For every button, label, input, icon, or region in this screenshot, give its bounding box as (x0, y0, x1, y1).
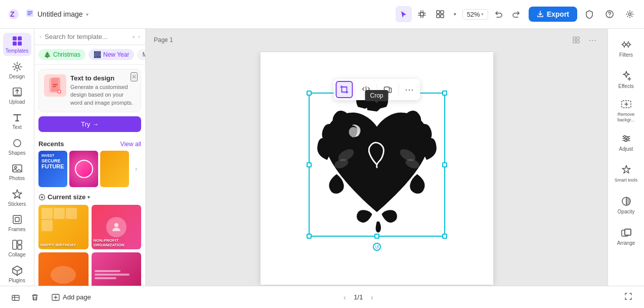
layout-arrow-btn[interactable]: ▾ (450, 6, 460, 22)
main-area: Templates Design Upload Text (0, 29, 644, 286)
svg-rect-2 (437, 11, 440, 14)
view-all-btn[interactable]: View all (120, 141, 141, 148)
next-page-btn[interactable]: › (365, 290, 379, 304)
doc-icon (25, 9, 34, 20)
right-tool-filters-label: Filters (619, 52, 633, 58)
left-panel: 🎄 Christmas 🎆 New Year Mo... ✕ (34, 29, 146, 286)
sidebar-item-photos[interactable]: Photos (3, 160, 31, 184)
context-toolbar: Crop (333, 79, 420, 100)
handle-bottom-right[interactable] (442, 234, 447, 239)
handle-bottom-mid[interactable] (374, 234, 379, 239)
bottom-left: Add page (8, 290, 96, 305)
fullscreen-btn[interactable] (621, 290, 636, 305)
svg-rect-11 (18, 41, 22, 46)
canvas-grid-btn[interactable] (569, 33, 583, 47)
right-tool-opacity[interactable]: Opacity (610, 190, 642, 220)
template-card-2[interactable]: NON-PROFIT ORGANIZATION (92, 205, 142, 249)
canvas-body[interactable]: Crop (146, 51, 608, 286)
add-page-label: Add page (63, 293, 91, 301)
svg-rect-31 (577, 37, 579, 39)
templates-grid: HAPPY BIRTHDAY NON-PROFIT ORGANIZATION (38, 205, 141, 286)
add-page-btn[interactable]: Add page (47, 291, 96, 303)
sidebar-item-plugins[interactable]: Plugins (3, 262, 31, 286)
chip-more[interactable]: Mo... (137, 49, 145, 60)
panel-section: Recents View all INVESTSECUREFUTURE › (34, 136, 145, 286)
sidebar-item-frames[interactable]: Frames (3, 211, 31, 235)
sidebar-item-templates[interactable]: Templates (3, 33, 31, 56)
ttd-close-btn[interactable]: ✕ (131, 72, 138, 81)
template-card-1[interactable]: HAPPY BIRTHDAY (38, 205, 89, 249)
sidebar-item-upload[interactable]: Upload (3, 84, 31, 107)
svg-point-7 (629, 13, 631, 16)
handle-bottom-left[interactable] (307, 234, 312, 239)
crop-tool-btn[interactable] (335, 81, 353, 98)
svg-point-40 (627, 43, 630, 46)
template-card-4[interactable]: GRAND OPENING COCKTAIL CAFE (92, 252, 142, 286)
svg-rect-33 (577, 40, 579, 43)
document-title: Untitled image (37, 10, 83, 18)
document-title-arrow[interactable]: ▾ (86, 12, 89, 17)
sidebar-item-stickers[interactable]: Stickers (3, 186, 31, 209)
svg-point-44 (625, 140, 627, 142)
right-tool-filters[interactable]: Filters (610, 33, 642, 63)
layout-tool-btn[interactable] (432, 6, 448, 22)
rotate-handle[interactable]: ↺ (373, 243, 381, 251)
prev-page-btn[interactable]: ‹ (337, 290, 352, 304)
svg-rect-30 (573, 37, 576, 39)
ttd-try-btn[interactable]: Try → (38, 116, 141, 132)
right-tool-smart[interactable]: Smart tools (610, 158, 642, 189)
canvas-more-btn[interactable]: ⋯ (585, 33, 599, 47)
pan-tool-btn[interactable] (414, 6, 430, 22)
redo-btn[interactable] (508, 6, 525, 22)
sidebar-item-text[interactable]: Text (3, 109, 31, 133)
sidebar-item-design[interactable]: Design (3, 58, 31, 81)
bottom-delete-btn[interactable] (27, 290, 42, 305)
handle-mid-right[interactable] (442, 162, 447, 167)
recent-item-2[interactable] (69, 151, 98, 187)
handle-top-left[interactable] (307, 91, 312, 96)
recent-item-3[interactable] (100, 151, 129, 187)
recent-item-1[interactable]: INVESTSECUREFUTURE (38, 151, 67, 187)
zoom-control[interactable]: 52% ▾ (462, 9, 488, 20)
sidebar-item-templates-label: Templates (6, 48, 29, 54)
image-search-icon[interactable] (133, 33, 135, 40)
shield-btn[interactable] (581, 6, 597, 22)
app-logo[interactable]: Z (6, 7, 21, 22)
topbar-tools: ▾ 52% ▾ (396, 6, 525, 22)
handle-mid-left[interactable] (307, 162, 312, 167)
bottom-grid-btn[interactable] (8, 290, 23, 305)
current-size-header[interactable]: Current size ▾ (38, 193, 141, 201)
more-options-btn[interactable]: ⋯ (401, 81, 418, 98)
svg-text:Z: Z (10, 10, 15, 18)
settings-btn[interactable] (622, 6, 638, 22)
handle-top-right[interactable] (442, 91, 447, 96)
chip-christmas[interactable]: 🎄 Christmas (38, 49, 85, 60)
help-btn[interactable] (602, 6, 618, 22)
svg-point-39 (623, 43, 626, 46)
selection-box: ↺ (309, 93, 445, 237)
right-tool-effects[interactable]: Effects (610, 64, 642, 95)
undo-btn[interactable] (490, 6, 506, 22)
recent-next-btn[interactable]: › (131, 151, 141, 187)
export-button[interactable]: Export (529, 7, 577, 22)
sidebar-icons: Templates Design Upload Text (0, 29, 34, 286)
right-tool-adjust-label: Adjust (619, 146, 633, 152)
filter-icon[interactable] (138, 33, 140, 40)
select-tool-btn[interactable] (396, 6, 412, 22)
svg-rect-5 (441, 15, 444, 18)
sidebar-item-frames-label: Frames (9, 227, 26, 232)
sidebar-item-collage[interactable]: Collage (3, 237, 31, 260)
sidebar-item-shapes-label: Shapes (9, 150, 26, 156)
right-tool-remove-bg[interactable]: Remove backgr... (610, 96, 642, 126)
document-title-area[interactable]: Untitled image ▾ (25, 9, 89, 20)
right-tool-adjust[interactable]: Adjust (610, 127, 642, 157)
right-tool-arrange[interactable]: Arrange (610, 221, 642, 251)
template-card-3[interactable]: BURGER (38, 252, 89, 286)
ctx-divider-3 (398, 83, 399, 96)
chip-new-year[interactable]: 🎆 New Year (89, 49, 134, 60)
svg-rect-3 (441, 11, 444, 14)
sidebar-item-shapes[interactable]: Shapes (3, 135, 31, 158)
svg-point-42 (624, 136, 626, 138)
page-counter: 1/1 (354, 293, 363, 301)
search-input[interactable] (45, 33, 130, 40)
